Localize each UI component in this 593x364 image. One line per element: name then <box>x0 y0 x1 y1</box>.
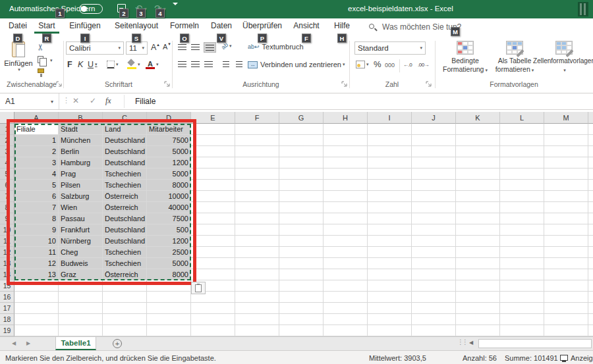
cell[interactable] <box>191 258 235 269</box>
cell[interactable] <box>588 213 593 224</box>
cell[interactable]: Salzburg <box>59 191 103 202</box>
borders-button[interactable]: ▾ <box>107 61 119 68</box>
underline-button[interactable]: U▾ <box>88 60 98 69</box>
cell[interactable] <box>588 157 593 169</box>
cell[interactable]: 8000 <box>147 269 191 280</box>
cell[interactable]: 10000 <box>147 191 191 202</box>
cell[interactable] <box>235 124 279 135</box>
conditional-formatting-button[interactable]: Bedingte Formatierung▾ <box>439 41 492 74</box>
cell[interactable] <box>235 269 279 280</box>
cell[interactable] <box>147 325 191 336</box>
cell[interactable]: Pilsen <box>59 180 103 191</box>
row-header-14[interactable]: 14 <box>0 269 14 280</box>
cell[interactable] <box>588 135 593 146</box>
cell[interactable]: 12 <box>14 258 59 269</box>
cell[interactable]: Passau <box>59 213 103 224</box>
cell[interactable]: 8 <box>14 213 59 224</box>
format-painter-icon[interactable] <box>38 68 44 73</box>
cell[interactable]: Wien <box>59 202 103 213</box>
cell[interactable] <box>368 280 412 292</box>
cell[interactable] <box>456 202 500 213</box>
horizontal-scrollbar-thumb[interactable] <box>478 339 592 348</box>
cell[interactable] <box>588 314 593 325</box>
cell[interactable]: Tschechien <box>103 247 147 258</box>
cell[interactable] <box>59 280 103 292</box>
cell[interactable] <box>500 280 544 292</box>
cell[interactable] <box>59 292 103 303</box>
cell[interactable] <box>279 202 324 213</box>
cell[interactable] <box>324 269 368 280</box>
row-header-5[interactable]: 5 <box>0 169 14 180</box>
column-header-j[interactable]: J <box>412 112 456 124</box>
wrap-text-button[interactable]: ab↩Textumbruch <box>248 43 304 51</box>
new-sheet-button[interactable]: + <box>113 339 122 348</box>
row-header-16[interactable]: 16 <box>0 292 14 303</box>
cell[interactable] <box>103 280 147 292</box>
cell[interactable] <box>544 191 588 202</box>
cell[interactable] <box>588 325 593 336</box>
enter-icon[interactable]: ✓ <box>90 96 96 105</box>
cell[interactable]: Deutschland <box>103 146 147 157</box>
tell-me-search[interactable]: Was möchten Sie tun? <box>382 22 461 32</box>
format-as-table-button[interactable]: Als Tabelle formatieren▾ <box>493 41 536 74</box>
row-header-9[interactable]: 9 <box>0 213 14 224</box>
cell[interactable] <box>14 280 59 292</box>
cell[interactable] <box>279 269 324 280</box>
column-header-e[interactable]: E <box>191 112 235 124</box>
hscroll-left-arrow-icon[interactable]: ◀ <box>469 340 473 346</box>
search-icon[interactable] <box>369 24 374 29</box>
cell[interactable] <box>588 191 593 202</box>
cell[interactable] <box>456 269 500 280</box>
cell[interactable] <box>324 180 368 191</box>
cell[interactable]: 7500 <box>147 135 191 146</box>
cell[interactable] <box>412 213 456 224</box>
cell[interactable]: 500 <box>147 224 191 236</box>
cell[interactable] <box>412 224 456 236</box>
row-header-12[interactable]: 12 <box>0 247 14 258</box>
cancel-icon[interactable]: ✕ <box>72 96 79 105</box>
cell[interactable]: 9 <box>14 224 59 236</box>
cell[interactable]: Österreich <box>103 202 147 213</box>
orientation-button[interactable]: ab▾ <box>221 43 232 49</box>
cell[interactable] <box>456 247 500 258</box>
cell[interactable] <box>279 146 324 157</box>
cell[interactable]: 3 <box>14 157 59 169</box>
cell[interactable]: Prag <box>59 169 103 180</box>
column-header-d[interactable]: D <box>147 112 191 124</box>
cell[interactable] <box>147 303 191 314</box>
cell[interactable] <box>324 224 368 236</box>
cell[interactable] <box>235 236 279 247</box>
cell[interactable] <box>279 314 324 325</box>
cell[interactable] <box>279 224 324 236</box>
cell[interactable] <box>147 314 191 325</box>
cell[interactable] <box>191 236 235 247</box>
cell[interactable] <box>235 202 279 213</box>
cell[interactable] <box>544 157 588 169</box>
row-header-8[interactable]: 8 <box>0 202 14 213</box>
cell[interactable] <box>588 269 593 280</box>
sheet-tab-tabelle1[interactable]: Tabelle1 <box>55 337 96 350</box>
cell[interactable]: 6 <box>14 191 59 202</box>
column-header-h[interactable]: H <box>324 112 368 124</box>
cell[interactable] <box>191 202 235 213</box>
cell[interactable] <box>500 157 544 169</box>
row-header-10[interactable]: 10 <box>0 224 14 236</box>
cell[interactable] <box>500 146 544 157</box>
cell[interactable] <box>368 303 412 314</box>
tab-seitenlayout[interactable]: SeitenlayoutS <box>110 18 163 33</box>
cell[interactable] <box>544 169 588 180</box>
percent-style-button[interactable]: % <box>374 59 381 69</box>
row-header-4[interactable]: 4 <box>0 157 14 169</box>
cell[interactable] <box>368 157 412 169</box>
bold-button[interactable]: F <box>67 60 72 69</box>
cell[interactable] <box>235 135 279 146</box>
cell[interactable] <box>500 236 544 247</box>
cell[interactable]: 5000 <box>147 146 191 157</box>
align-left-button[interactable] <box>178 61 186 67</box>
row-header-13[interactable]: 13 <box>0 258 14 269</box>
cell[interactable] <box>588 169 593 180</box>
cell[interactable] <box>544 213 588 224</box>
sheet-nav-right-icon[interactable]: ▶ <box>26 340 30 346</box>
cell[interactable]: 1 <box>14 135 59 146</box>
qat-customize-icon[interactable] <box>173 5 179 17</box>
